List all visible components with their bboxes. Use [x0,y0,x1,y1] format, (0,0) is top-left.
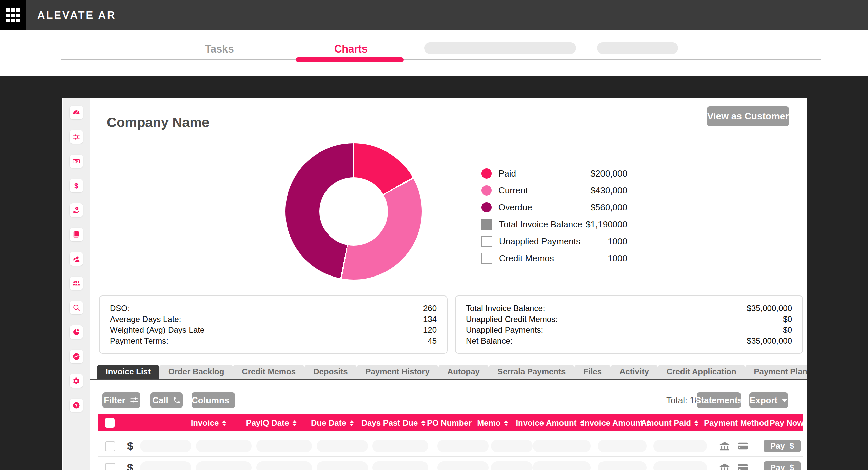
bank-icon[interactable] [719,440,730,452]
total-count-label: Total: 18 [666,392,699,408]
cell-placeholder [372,461,428,470]
column-header-invoice[interactable]: Invoice [191,414,226,431]
ledger-book-icon [72,230,80,239]
sidebar-item-trend-circle[interactable] [70,350,83,363]
stat-label: Unapplied Payments: [466,325,543,335]
legend-label: Credit Memos [499,253,554,264]
currency-symbol: $ [127,462,133,470]
stat-value: 134 [423,314,437,324]
call-button-label: Call [152,395,169,406]
sidebar-item-hand-coin[interactable]: $ [70,203,83,217]
stat-value: $35,000,000 [747,304,792,313]
tab-charts[interactable]: Charts [334,43,368,55]
tab-activity[interactable]: Activity [611,365,658,379]
tab-order-backlog[interactable]: Order Backlog [159,365,233,379]
sidebar-item-customer-tag[interactable] [70,252,83,266]
pay-now-button[interactable]: Pay$ [764,461,801,470]
sidebar-item-pie-chart[interactable] [70,325,83,339]
sidebar-item-search[interactable] [70,301,83,314]
column-header-amount-paid[interactable]: Amount Paid [641,414,698,431]
tab-deposits[interactable]: Deposits [304,365,356,379]
tab-payment-history[interactable]: Payment History [357,365,438,379]
column-label: Invoice Amount [516,418,576,428]
legend-value: 1000 [608,236,627,247]
detail-tab-bar: Invoice ListOrder BacklogCredit MemosDep… [97,365,801,379]
cell-placeholder [140,461,191,470]
bank-icon[interactable] [719,462,730,470]
tab-autopay[interactable]: Autopay [438,365,489,379]
sort-icon [694,420,698,426]
column-header-days-past-due[interactable]: Days Past Due [361,414,426,431]
stat-row-payment-terms: Payment Terms:45 [110,336,437,346]
stat-value: $0 [783,325,792,335]
sidebar-item-dashboard-gauge[interactable] [70,106,83,119]
invoice-table-body: $Pay$$Pay$ [98,431,803,470]
column-header-memo[interactable]: Memo [477,414,508,431]
legend-swatch [481,185,492,196]
view-as-customer-button[interactable]: View as Customer [707,106,789,126]
tab-payment-plan[interactable]: Payment Plan [745,365,807,379]
tab-serrala-payments[interactable]: Serrala Payments [489,365,574,379]
row-checkbox[interactable] [105,441,115,451]
credit-card-icon[interactable] [737,440,749,452]
cell-placeholder [317,440,368,452]
export-button[interactable]: Export [749,392,788,408]
tab-invoice-list[interactable]: Invoice List [97,365,159,379]
columns-button[interactable]: Columns [192,392,235,408]
column-header-due-date[interactable]: Due Date [311,414,354,431]
statements-button[interactable]: Statements [697,392,741,408]
dashboard-gauge-icon [72,108,80,117]
currency-symbol: $ [127,440,133,452]
detail-tab-divider [90,379,807,380]
select-all-checkbox[interactable] [105,418,115,428]
sliders-icon [72,133,80,141]
sidebar-item-cash[interactable]: $ [70,155,83,168]
sidebar-item-ledger-book[interactable] [70,228,83,241]
cell-placeholder [196,440,252,452]
search-icon [72,304,80,312]
column-header-payiq-date[interactable]: PayIQ Date [246,414,297,431]
hand-coin-icon: $ [72,206,80,214]
invoice-table-row: $Pay$ [98,457,803,470]
legend-value: $430,000 [591,185,627,196]
cell-placeholder [140,440,191,452]
legend-value: $1,190000 [586,219,627,230]
filter-button[interactable]: Filter [102,392,140,408]
cell-placeholder [437,440,489,452]
sidebar-item-dollar[interactable]: $ [70,179,83,192]
cell-placeholder [598,440,647,452]
sidebar-item-users-group[interactable] [70,277,83,290]
pay-now-label: Pay [770,463,785,470]
legend-swatch[interactable] [481,253,492,264]
pay-now-button[interactable]: Pay$ [764,440,801,452]
pay-now-label: Pay [770,441,785,451]
column-header-invoice-amount[interactable]: Invoice Amount [582,414,650,431]
column-label: Memo [477,418,500,428]
legend-label: Unapplied Payments [499,236,580,247]
tab-credit-application[interactable]: Credit Application [658,365,745,379]
tab-files[interactable]: Files [574,365,611,379]
column-label: PayIQ Date [246,418,289,428]
row-checkbox[interactable] [105,463,115,470]
tab-credit-memos[interactable]: Credit Memos [233,365,304,379]
stat-value: $0 [783,314,792,324]
stat-value: $35,000,000 [747,336,792,346]
pie-chart-icon [72,328,80,336]
legend-value: $200,000 [591,168,627,179]
sidebar-item-settings-gear[interactable] [70,374,83,388]
customer-tag-icon [72,255,80,263]
cell-placeholder [598,461,647,470]
stat-label: Average Days Late: [110,314,181,324]
legend-swatch [481,168,492,179]
svg-text:$: $ [74,182,78,190]
column-header-po-number: PO Number [427,414,472,431]
active-tab-indicator [296,57,404,62]
column-header-invoice-amount[interactable]: Invoice Amount [516,414,584,431]
tab-tasks[interactable]: Tasks [205,43,234,55]
credit-card-icon[interactable] [737,462,749,470]
legend-row-current: Current$430,000 [481,182,627,199]
call-button[interactable]: Call [150,392,183,408]
sidebar-item-sliders[interactable] [70,130,83,144]
app-launcher-button[interactable] [0,0,26,30]
legend-swatch[interactable] [481,236,492,247]
